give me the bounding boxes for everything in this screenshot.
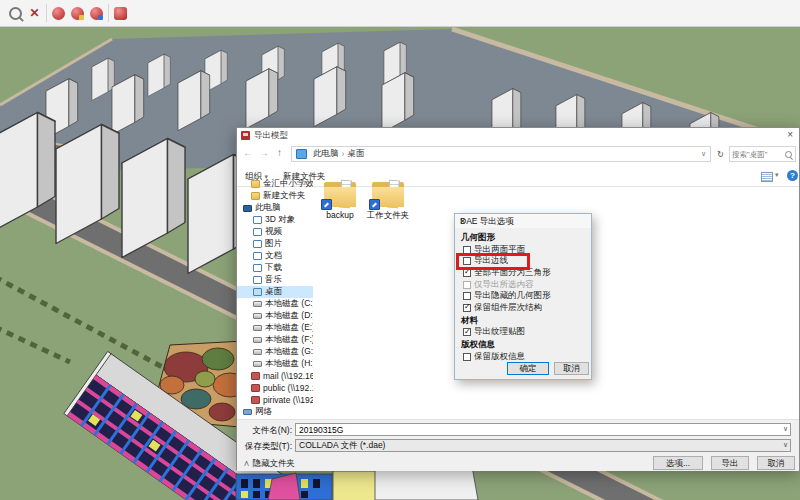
breadcrumb-this-pc[interactable]: 此电脑	[313, 148, 339, 160]
sidebar-item[interactable]: 金汇中小学效果图	[237, 178, 313, 190]
savetype-label: 保存类型(T):	[237, 441, 292, 453]
file-folder-backup[interactable]: backup	[317, 180, 363, 220]
cancel-button[interactable]: 取消	[554, 362, 589, 375]
sidebar-item[interactable]: public (\\192.1	[237, 382, 313, 394]
dialog-footer: 文件名(N): ∨ 保存类型(T): COLLADA 文件 (*.dae) ∨ …	[237, 419, 799, 471]
options-button[interactable]: 选项...	[653, 456, 703, 470]
view-mode-icon[interactable]	[761, 172, 773, 182]
shortcut-badge-icon	[321, 199, 332, 210]
red-tool-icon-2[interactable]	[68, 4, 87, 23]
checkbox[interactable]	[463, 269, 471, 277]
sidebar-item-this-pc[interactable]: 此电脑	[237, 202, 313, 214]
sidebar-item[interactable]: 视频	[237, 226, 313, 238]
cancel-export-button[interactable]: 取消	[757, 456, 795, 470]
checkbox[interactable]	[463, 304, 471, 312]
red-tool-icon-4[interactable]	[111, 4, 130, 23]
dae-export-options-dialog: DAE 导出选项 × 几何图形 导出两面平面 导出边线 全部平面分为三角形	[454, 213, 592, 380]
sidebar-item[interactable]: 本地磁盘 (D:)	[237, 310, 313, 322]
geometry-header: 几何图形	[461, 231, 585, 244]
checkbox-row[interactable]: 导出两面平面	[461, 244, 585, 256]
filename-input[interactable]	[295, 423, 791, 436]
close-icon[interactable]: ×	[460, 216, 586, 226]
checkbox-row[interactable]: 保留组件层次结构	[461, 302, 585, 314]
navigation-bar: ← → ↑ 此电脑 › 桌面 ∨ ↻	[237, 143, 799, 166]
sidebar-item[interactable]: 图片	[237, 238, 313, 250]
sidebar-item-network[interactable]: 网络	[237, 406, 313, 418]
checkbox-row-export-edges[interactable]: 导出边线	[461, 256, 585, 268]
sidebar-item[interactable]: pirivate (\\192	[237, 394, 313, 406]
checkbox-row[interactable]: 导出纹理贴图	[461, 327, 585, 339]
search-icon	[785, 151, 792, 158]
search-box[interactable]	[729, 146, 796, 162]
filename-label: 文件名(N):	[237, 425, 292, 437]
checkbox[interactable]	[463, 246, 471, 254]
sidebar-item[interactable]: 音乐	[237, 274, 313, 286]
red-tool-icon-1[interactable]	[49, 4, 68, 23]
refresh-icon[interactable]: ↻	[714, 146, 727, 162]
address-bar[interactable]: 此电脑 › 桌面 ∨	[291, 146, 711, 162]
view-dropdown-icon[interactable]: ▾	[775, 171, 779, 179]
sidebar-item[interactable]: 下载	[237, 262, 313, 274]
red-tool-icon-3[interactable]	[87, 4, 106, 23]
screenshot-root: ✕	[0, 0, 800, 500]
checkbox-row: 仅导出所选内容	[461, 279, 585, 291]
search-input[interactable]	[730, 147, 786, 161]
sidebar-item[interactable]: 本地磁盘 (F:)	[237, 334, 313, 346]
checkbox[interactable]	[463, 328, 471, 336]
checkbox-row[interactable]: 导出隐藏的几何图形	[461, 290, 585, 302]
checkbox[interactable]	[463, 292, 471, 300]
sidebar-item[interactable]: 新建文件夹	[237, 190, 313, 202]
up-icon[interactable]: ↑	[277, 147, 282, 158]
checkbox[interactable]	[463, 257, 471, 265]
filename-dropdown-icon[interactable]: ∨	[783, 425, 788, 433]
folder-location-icon	[296, 149, 307, 159]
sidebar-item[interactable]: 本地磁盘 (E:)	[237, 322, 313, 334]
scale-tool-icon[interactable]: ✕	[25, 4, 44, 23]
ok-button[interactable]: 确定	[507, 362, 549, 375]
shortcut-badge-icon	[369, 199, 380, 210]
sidebar-item[interactable]: 3D 对象	[237, 214, 313, 226]
folder-icon	[323, 180, 357, 208]
hide-folders-button[interactable]: ∧ 隐藏文件夹	[243, 458, 295, 470]
dialog-title: 导出模型	[254, 130, 288, 142]
checkbox-row[interactable]: 保留版权信息	[461, 351, 585, 363]
export-button[interactable]: 导出	[711, 456, 749, 470]
help-icon[interactable]: ?	[787, 170, 798, 181]
sidebar-item[interactable]: mail (\\192.168	[237, 370, 313, 382]
savetype-select[interactable]: COLLADA 文件 (*.dae)	[295, 439, 791, 452]
folder-icon	[371, 180, 405, 208]
toolbar-separator	[108, 4, 109, 22]
sidebar-item-desktop[interactable]: 桌面	[237, 286, 313, 298]
sidebar-item[interactable]: 本地磁盘 (H:)	[237, 358, 313, 370]
toolbar-separator	[46, 4, 47, 22]
sketchup-doc-icon	[241, 131, 250, 140]
back-icon[interactable]: ←	[243, 147, 253, 158]
address-dropdown-icon[interactable]: ∨	[701, 150, 706, 158]
file-folder-work[interactable]: 工作文件夹	[365, 180, 411, 222]
sidebar-item[interactable]: 文档	[237, 250, 313, 262]
navigation-pane: 金汇中小学效果图 新建文件夹 此电脑 3D 对象 视频 图片 文档 下载 音乐 …	[237, 178, 313, 418]
savetype-dropdown-icon[interactable]: ∨	[783, 441, 788, 449]
sketchup-toolbar: ✕	[0, 0, 800, 27]
zoom-tool-icon[interactable]	[6, 4, 25, 23]
breadcrumb-desktop[interactable]: 桌面	[347, 148, 364, 160]
close-icon[interactable]: ×	[787, 129, 793, 140]
materials-header: 材料	[461, 314, 585, 327]
checkbox-row[interactable]: 全部平面分为三角形	[461, 267, 585, 279]
dialog-titlebar: 导出模型 ×	[237, 128, 799, 143]
dae-titlebar: DAE 导出选项 ×	[455, 214, 591, 228]
credits-header: 版权信息	[461, 338, 585, 351]
sidebar-item[interactable]: 本地磁盘 (C:)	[237, 298, 313, 310]
scroll-up-icon[interactable]: ∧	[303, 179, 308, 187]
export-model-dialog: 导出模型 × ← → ↑ 此电脑 › 桌面 ∨ ↻ 组织 ▾	[236, 127, 800, 470]
checkbox[interactable]	[463, 353, 471, 361]
forward-icon[interactable]: →	[259, 147, 269, 158]
checkbox	[463, 281, 471, 289]
sidebar-item[interactable]: 本地磁盘 (G:)	[237, 346, 313, 358]
